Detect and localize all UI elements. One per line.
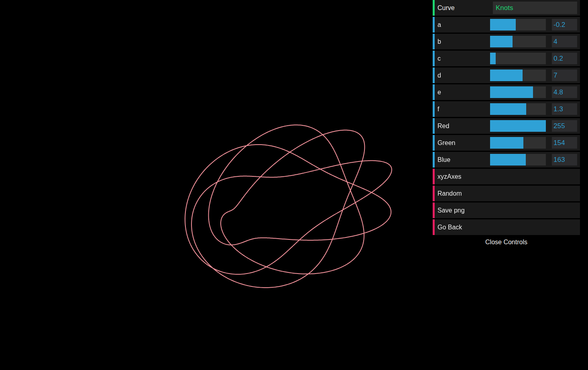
slider-track[interactable]: [490, 36, 546, 47]
curve-select[interactable]: Knots: [493, 2, 577, 14]
slider-value-input[interactable]: [552, 53, 577, 64]
xyzaxes-button[interactable]: xyzAxes: [433, 169, 580, 184]
slider-fill: [490, 120, 546, 132]
slider-value-input[interactable]: [552, 36, 577, 47]
button-label: Random: [437, 186, 462, 201]
slider-track[interactable]: [490, 137, 546, 149]
slider-label: f: [437, 101, 439, 117]
slider-track[interactable]: [490, 70, 546, 81]
control-panel: Curve Knots abcdefRedGreenBlue xyzAxesRa…: [433, 0, 580, 248]
save-png-button[interactable]: Save png: [433, 202, 580, 218]
slider-label: c: [437, 51, 441, 66]
button-label: Go Back: [437, 219, 462, 235]
slider-row-green: Green: [433, 135, 580, 151]
slider-fill: [490, 36, 513, 47]
curve-select-row: Curve Knots: [433, 0, 580, 16]
slider-label: Blue: [437, 152, 450, 168]
slider-track[interactable]: [490, 103, 546, 115]
slider-track[interactable]: [490, 154, 546, 166]
slider-value-input[interactable]: [552, 86, 577, 98]
slider-rows: abcdefRedGreenBlue: [433, 17, 580, 168]
slider-track[interactable]: [490, 86, 546, 98]
slider-row-c: c: [433, 51, 580, 66]
slider-fill: [490, 103, 526, 115]
slider-value-input[interactable]: [552, 120, 577, 132]
slider-value-input[interactable]: [552, 154, 577, 166]
slider-fill: [490, 70, 523, 81]
app-window: Curve Knots abcdefRedGreenBlue xyzAxesRa…: [0, 0, 588, 370]
slider-label: e: [437, 84, 441, 100]
slider-row-f: f: [433, 101, 580, 117]
button-label: Save png: [437, 202, 465, 218]
curve-select-label: Curve: [437, 0, 455, 16]
slider-value-input[interactable]: [552, 103, 577, 115]
slider-row-a: a: [433, 17, 580, 33]
slider-fill: [490, 53, 496, 64]
slider-fill: [490, 137, 523, 149]
slider-row-d: d: [433, 67, 580, 83]
slider-label: d: [437, 67, 441, 83]
slider-value-input[interactable]: [552, 70, 577, 81]
slider-label: Green: [437, 135, 455, 151]
slider-row-e: e: [433, 84, 580, 100]
close-controls-button[interactable]: Close Controls: [433, 236, 580, 248]
slider-row-b: b: [433, 34, 580, 49]
button-rows: xyzAxesRandomSave pngGo Back: [433, 169, 580, 235]
slider-track[interactable]: [490, 19, 546, 31]
slider-fill: [490, 154, 526, 166]
slider-label: b: [437, 34, 441, 49]
slider-value-input[interactable]: [552, 19, 577, 31]
slider-track[interactable]: [490, 53, 546, 64]
slider-row-blue: Blue: [433, 152, 580, 168]
slider-value-input[interactable]: [552, 137, 577, 149]
slider-label: a: [437, 17, 441, 33]
go-back-button[interactable]: Go Back: [433, 219, 580, 235]
slider-fill: [490, 19, 516, 31]
random-button[interactable]: Random: [433, 186, 580, 201]
button-label: xyzAxes: [437, 169, 462, 184]
slider-label: Red: [437, 118, 449, 134]
slider-row-red: Red: [433, 118, 580, 134]
slider-fill: [490, 86, 533, 98]
slider-track[interactable]: [490, 120, 546, 132]
